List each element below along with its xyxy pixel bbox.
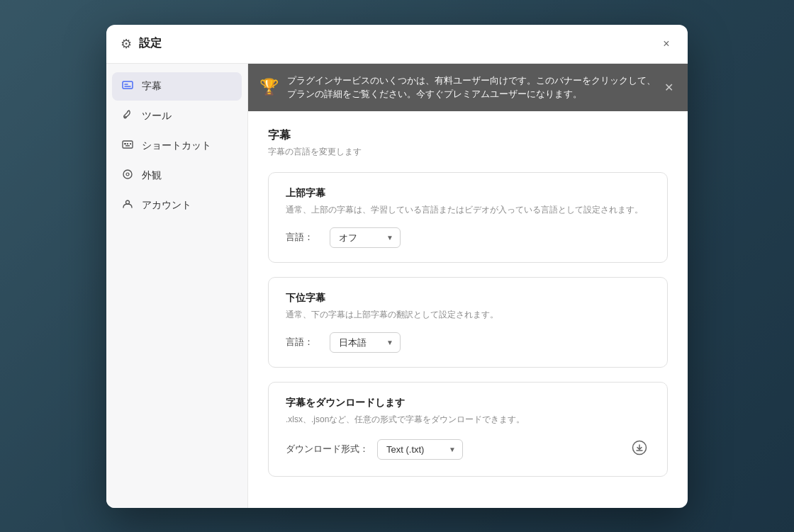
captions-section-title: 字幕: [268, 128, 668, 143]
lower-caption-language-label: 言語：: [286, 336, 321, 349]
main-content: 🏆 プラグインサービスのいくつかは、有料ユーザー向けです。このバナーをクリックし…: [248, 64, 688, 508]
svg-point-9: [123, 170, 132, 179]
modal-header: ⚙ 設定 ×: [106, 25, 688, 64]
lower-caption-field-row: 言語： オフ 日本語 英語 中国語 韓国語 ▼: [286, 332, 650, 353]
svg-point-10: [126, 173, 129, 176]
sidebar-shortcuts-label: ショートカット: [142, 140, 211, 152]
account-icon: [121, 198, 135, 213]
appearance-icon: [121, 169, 135, 183]
sidebar: 字幕 ツール: [106, 64, 248, 508]
svg-point-11: [126, 200, 130, 204]
download-format-select[interactable]: Text (.txt) JSON (.json) Excel (.xlsx) S…: [377, 439, 463, 460]
download-caption-title: 字幕をダウンロードします: [286, 397, 650, 409]
gear-icon: ⚙: [121, 36, 132, 52]
lower-caption-language-select[interactable]: オフ 日本語 英語 中国語 韓国語: [330, 332, 401, 353]
upper-caption-language-select[interactable]: オフ 日本語 英語 中国語 韓国語: [330, 227, 401, 248]
shortcuts-icon: [121, 139, 135, 153]
sidebar-tools-label: ツール: [142, 110, 172, 123]
modal-title: 設定: [139, 36, 162, 51]
upper-caption-title: 上部字幕: [286, 187, 650, 200]
download-button[interactable]: [629, 437, 650, 462]
svg-rect-5: [124, 143, 126, 145]
svg-rect-6: [127, 143, 128, 145]
sidebar-appearance-label: 外観: [142, 169, 162, 182]
sidebar-account-label: アカウント: [142, 199, 191, 212]
download-format-label: ダウンロード形式：: [286, 443, 369, 455]
modal-close-button[interactable]: ×: [656, 34, 676, 54]
download-row: ダウンロード形式： Text (.txt) JSON (.json) Excel…: [286, 437, 650, 462]
settings-modal: ⚙ 設定 × 字幕: [106, 25, 688, 508]
captions-section-subtitle: 字幕の言語を変更します: [268, 146, 668, 158]
sidebar-item-shortcuts[interactable]: ショートカット: [112, 132, 242, 160]
download-caption-desc: .xlsx、.jsonなど、任意の形式で字幕をダウンロードできます。: [286, 414, 650, 426]
upper-caption-desc: 通常、上部の字幕は、学習している言語またはビデオが入っている言語として設定されま…: [286, 204, 650, 216]
promo-close-button[interactable]: ✕: [661, 78, 676, 97]
download-field-row: ダウンロード形式： Text (.txt) JSON (.json) Excel…: [286, 439, 463, 460]
lower-caption-language-select-wrapper: オフ 日本語 英語 中国語 韓国語 ▼: [330, 332, 401, 353]
promo-text: プラグインサービスのいくつかは、有料ユーザー向けです。このバナーをクリックして、…: [287, 74, 661, 101]
sidebar-item-tools[interactable]: ツール: [112, 102, 242, 130]
modal-backdrop: ⚙ 設定 × 字幕: [0, 0, 794, 532]
upper-caption-language-select-wrapper: オフ 日本語 英語 中国語 韓国語 ▼: [330, 227, 401, 248]
svg-rect-0: [123, 81, 133, 89]
modal-body: 字幕 ツール: [106, 64, 688, 508]
upper-caption-field-row: 言語： オフ 日本語 英語 中国語 韓国語 ▼: [286, 227, 650, 248]
sidebar-item-captions[interactable]: 字幕: [112, 72, 242, 101]
svg-rect-7: [130, 143, 131, 145]
captions-icon: [121, 79, 135, 94]
upper-caption-language-label: 言語：: [286, 231, 321, 244]
lower-caption-desc: 通常、下の字幕は上部字幕の翻訳として設定されます。: [286, 309, 650, 321]
lower-caption-title: 下位字幕: [286, 292, 650, 305]
lower-caption-card: 下位字幕 通常、下の字幕は上部字幕の翻訳として設定されます。 言語： オフ 日本…: [268, 277, 668, 368]
svg-rect-8: [125, 145, 130, 147]
content-area: 字幕 字幕の言語を変更します 上部字幕 通常、上部の字幕は、学習している言語また…: [248, 111, 688, 508]
download-format-select-wrapper: Text (.txt) JSON (.json) Excel (.xlsx) S…: [377, 439, 463, 460]
upper-caption-card: 上部字幕 通常、上部の字幕は、学習している言語またはビデオが入っている言語として…: [268, 172, 668, 263]
promo-trophy-icon: 🏆: [259, 78, 279, 96]
sidebar-captions-label: 字幕: [142, 80, 162, 93]
tools-icon: [121, 109, 135, 123]
promo-banner[interactable]: 🏆 プラグインサービスのいくつかは、有料ユーザー向けです。このバナーをクリックし…: [248, 64, 688, 111]
download-caption-card: 字幕をダウンロードします .xlsx、.jsonなど、任意の形式で字幕をダウンロ…: [268, 382, 668, 477]
sidebar-item-appearance[interactable]: 外観: [112, 162, 242, 190]
sidebar-item-account[interactable]: アカウント: [112, 191, 242, 220]
